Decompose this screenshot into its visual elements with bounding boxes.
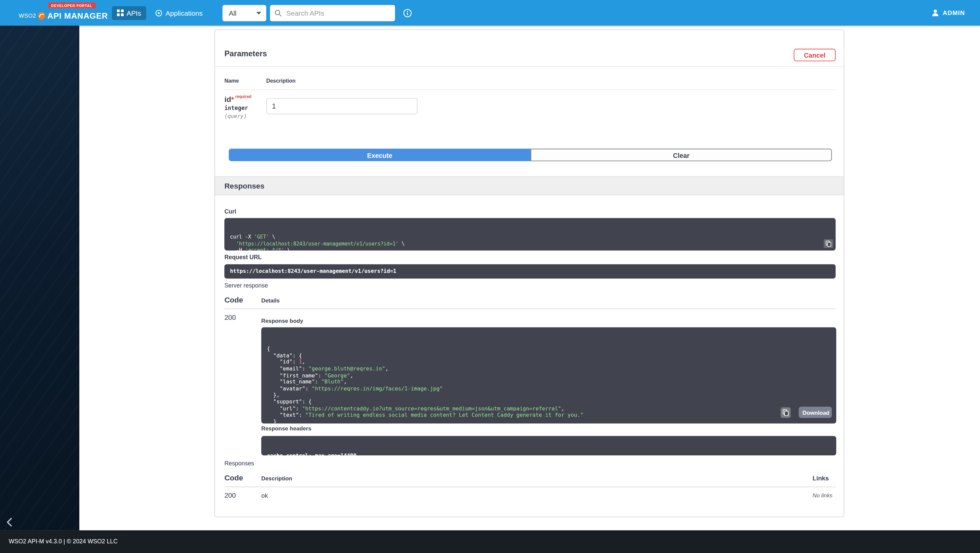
response-copy-button[interactable] [781,407,791,418]
search-scope-select[interactable]: All [223,5,266,21]
user-icon [931,9,939,17]
chevron-down-icon [256,12,261,14]
responses-description-header: Description [261,475,292,482]
response-row-links: No links [813,493,833,499]
apis-grid-icon [117,10,124,16]
copy-icon [783,409,789,416]
response-header-line: cache-control: max-age=14400 [267,452,830,455]
developer-portal-badge: DEVELOPER PORTAL [48,3,95,8]
responses-section-header: Responses [215,176,844,195]
responses-links-header: Links [813,475,829,482]
response-details-header: Details [261,297,280,304]
response-row-code: 200 [224,492,235,499]
param-name: id*required [224,94,251,103]
response-headers-label: Response headers [261,426,311,432]
curl-block: curl -X 'GET' \ 'https://localhost:8243/… [224,218,836,251]
parameters-title: Parameters [224,49,267,58]
tryout-card: Parameters Cancel Name Description id*re… [214,29,844,517]
brand-logo[interactable]: WSO2 API MANAGER DEVELOPER PORTAL [19,0,108,25]
param-thead-divider [224,89,836,90]
nav-item-apis[interactable]: APIs [112,6,146,20]
search-icon [274,9,282,17]
clear-button[interactable]: Clear [531,149,832,161]
required-label: required [235,94,252,99]
download-button[interactable]: Download [799,407,832,418]
user-label: ADMIN [943,10,965,16]
curl-copy-button[interactable] [824,239,833,248]
param-description-header: Description [266,78,296,84]
copy-icon [826,240,831,247]
param-type: integer [224,105,248,111]
responses-section-title: Responses [224,177,264,195]
collapse-sidebar-button[interactable] [4,517,15,528]
nav-applications-label: Applications [165,9,203,17]
info-icon[interactable] [403,8,412,17]
cancel-button[interactable]: Cancel [794,49,836,61]
request-url-value: https://localhost:8243/user-management/v… [224,264,836,278]
footer-text: WSO2 API-M v4.3.0 | © 2024 WSO2 LLC [9,530,118,553]
required-star: * [231,95,234,103]
response-row-description: ok [261,493,268,499]
response-headers-block: cache-control: max-age=14400 content-typ… [261,436,836,455]
chevron-left-icon [6,517,13,528]
response-body-label: Response body [261,318,303,324]
responses-code-header: Code [224,474,243,482]
execute-button[interactable]: Execute [229,149,531,161]
curl-label: Curl [224,208,236,215]
response-body-block: { "data": { "id": 1, "email": "george.bl… [261,327,836,424]
nav-item-applications[interactable]: Applications [150,6,208,20]
app-root: WSO2 API MANAGER DEVELOPER PORTAL APIs A… [0,0,980,553]
responses-table-label: Responses [224,460,254,467]
user-menu[interactable]: ADMIN [931,9,965,17]
nav-apis-label: APIs [127,9,142,17]
page-footer: WSO2 API-M v4.3.0 | © 2024 WSO2 LLC [0,530,980,553]
wso2-flame-icon [37,12,45,20]
search-scope-value: All [229,9,237,17]
response-body-json: { "data": { "id": 1, "email": "george.bl… [267,345,830,423]
api-search [270,5,395,21]
brand-company: WSO2 [19,13,36,19]
brand-product: API MANAGER [47,11,108,20]
responses-table-divider [224,487,836,487]
server-response-divider [224,308,836,309]
left-sidebar [0,25,80,530]
param-name-header: Name [224,78,239,84]
response-code-header: Code [224,296,243,304]
server-response-label: Server response [224,282,268,289]
main-content: Parameters Cancel Name Description id*re… [80,25,980,530]
request-url-label: Request URL [224,254,262,261]
response-status-code: 200 [224,313,235,321]
curl-command: curl -X 'GET' \ 'https://localhost:8243/… [230,235,830,251]
applications-icon [155,9,163,17]
param-value-input[interactable] [266,98,418,114]
search-input[interactable] [270,5,395,21]
top-navbar: WSO2 API MANAGER DEVELOPER PORTAL APIs A… [0,0,980,25]
parameters-header-divider [215,66,844,67]
param-location: (query) [224,113,247,119]
